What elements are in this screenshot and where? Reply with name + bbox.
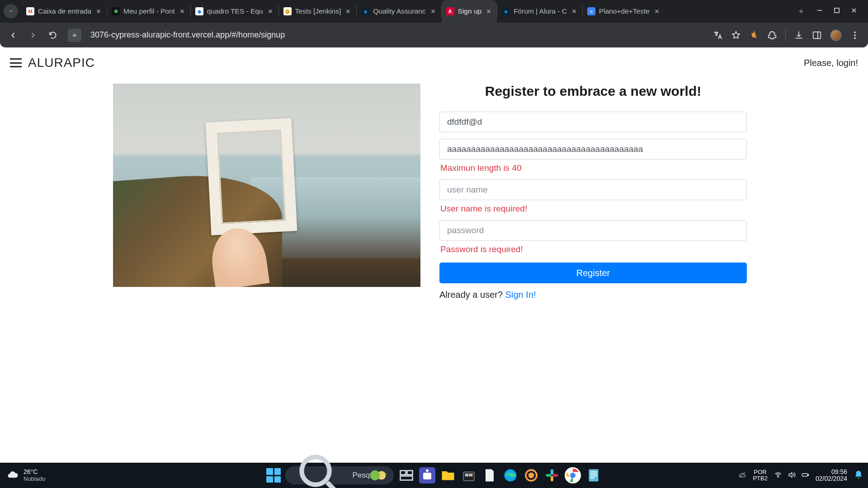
system-tray <box>738 471 746 480</box>
tab-title: Fórum | Alura - C <box>514 7 567 15</box>
browser-tab[interactable]: MCaixa de entrada <box>22 0 107 23</box>
browser-toolbar: 3076-cypress-alurapic-front.vercel.app/#… <box>0 23 868 47</box>
browser-tab[interactable]: ≡Plano+de+Teste <box>583 0 665 23</box>
language-indicator[interactable]: POR PTB2 <box>753 469 768 481</box>
email-field[interactable] <box>439 112 747 132</box>
svg-rect-7 <box>407 471 413 475</box>
tab-close-icon[interactable] <box>95 8 102 15</box>
svg-rect-6 <box>401 471 406 475</box>
fullname-error: Maximun length is 40 <box>440 163 747 173</box>
taskbar-app-explorer[interactable] <box>440 467 456 483</box>
tab-title: Plano+de+Teste <box>599 7 650 15</box>
taskbar-app-edge[interactable] <box>502 467 519 483</box>
tab-close-icon[interactable] <box>179 8 186 15</box>
task-view-button[interactable] <box>398 467 415 483</box>
search-icon <box>292 448 348 488</box>
taskbar-app-store[interactable] <box>461 467 477 483</box>
tab-title: Sign up <box>458 7 482 15</box>
browser-tab[interactable]: ◆quadro TES - Equ <box>191 0 278 23</box>
tab-close-icon[interactable] <box>485 8 492 15</box>
browser-tab[interactable]: 👴Tests [Jenkins] <box>279 0 357 23</box>
svg-rect-1 <box>813 32 821 38</box>
taskbar-pinned-apps <box>398 467 602 483</box>
taskbar-app-notepad[interactable] <box>585 467 602 483</box>
tab-close-icon[interactable] <box>267 8 274 15</box>
side-panel-button[interactable] <box>812 30 822 40</box>
svg-point-24 <box>778 476 778 477</box>
tab-close-icon[interactable] <box>344 8 352 15</box>
lang-line1: POR <box>754 469 767 475</box>
tab-favicon: a <box>361 7 369 15</box>
tab-close-icon[interactable] <box>429 8 437 15</box>
extension-icon[interactable] <box>749 30 759 40</box>
fullname-field[interactable] <box>439 139 747 160</box>
tab-favicon: ✻ <box>112 7 120 15</box>
tab-close-icon[interactable] <box>653 8 660 15</box>
battery-icon[interactable] <box>801 471 809 480</box>
tray-cloud-icon[interactable] <box>738 471 746 480</box>
close-window-button[interactable] <box>851 7 857 15</box>
volume-icon[interactable] <box>788 471 796 480</box>
login-prompt[interactable]: Please, login! <box>804 58 858 68</box>
svg-rect-0 <box>835 8 839 13</box>
register-button[interactable]: Register <box>439 263 747 283</box>
taskbar-search[interactable]: Pesquisar <box>285 466 394 484</box>
svg-rect-13 <box>470 474 472 476</box>
site-info-button[interactable] <box>68 28 81 42</box>
password-field[interactable] <box>439 220 747 241</box>
tab-search-button[interactable] <box>4 4 18 19</box>
profile-avatar[interactable] <box>830 29 842 41</box>
browser-tab[interactable]: ASign up <box>442 0 497 23</box>
sign-in-link[interactable]: Sign In! <box>505 290 536 300</box>
start-button[interactable] <box>266 468 281 483</box>
taskbar-app-circle[interactable] <box>523 467 539 483</box>
username-field[interactable] <box>439 179 747 200</box>
tab-close-icon[interactable] <box>571 8 578 15</box>
window-controls <box>809 7 864 15</box>
new-tab-button[interactable] <box>793 8 809 15</box>
tab-favicon: ≡ <box>587 7 595 15</box>
svg-rect-20 <box>553 474 558 477</box>
browser-tab[interactable]: aQuality Assuranc <box>357 0 441 23</box>
back-button[interactable] <box>5 28 21 43</box>
extensions-button[interactable] <box>767 30 777 40</box>
taskbar-clock[interactable]: 09:56 02/02/2024 <box>816 469 847 483</box>
weather-condition: Nublado <box>24 476 45 482</box>
tab-title: Tests [Jenkins] <box>295 7 341 15</box>
svg-point-4 <box>854 37 856 39</box>
chrome-menu-button[interactable] <box>850 30 860 40</box>
taskbar-app-slack[interactable] <box>544 467 560 483</box>
weather-temp: 26°C <box>24 469 45 475</box>
svg-rect-17 <box>551 469 553 475</box>
reload-button[interactable] <box>45 28 61 43</box>
brand-logo[interactable]: ALURAPIC <box>28 56 95 70</box>
tab-favicon: A <box>446 7 454 15</box>
svg-point-3 <box>854 34 856 36</box>
hamburger-menu-icon[interactable] <box>10 58 22 67</box>
tab-favicon: ◆ <box>195 7 203 15</box>
taskbar-app-document[interactable] <box>481 467 498 483</box>
maximize-button[interactable] <box>834 7 840 15</box>
taskbar-app-teams[interactable] <box>419 467 435 483</box>
taskbar-app-chrome[interactable] <box>565 467 581 483</box>
password-error: Password is required! <box>440 244 747 254</box>
bookmark-star-icon[interactable] <box>731 30 741 40</box>
separator <box>785 29 786 41</box>
notifications-icon[interactable] <box>854 470 863 481</box>
tab-title: quadro TES - Equ <box>207 7 263 15</box>
downloads-button[interactable] <box>794 30 804 40</box>
wifi-icon[interactable] <box>774 471 782 480</box>
browser-tab[interactable]: ✻Meu perfil - Pont <box>107 0 190 23</box>
svg-rect-25 <box>802 474 807 476</box>
app-header: ALURAPIC Please, login! <box>0 47 868 75</box>
translate-icon[interactable] <box>713 30 723 40</box>
forward-button[interactable] <box>25 28 41 43</box>
weather-widget[interactable]: 26°C Nublado <box>0 469 52 482</box>
address-bar[interactable]: 3076-cypress-alurapic-front.vercel.app/#… <box>86 30 708 40</box>
browser-tab-strip: MCaixa de entrada✻Meu perfil - Pont◆quad… <box>0 0 868 23</box>
browser-tab[interactable]: aFórum | Alura - C <box>497 0 582 23</box>
windows-taskbar: 26°C Nublado Pesquisar POR <box>0 463 868 488</box>
cloud-icon <box>6 469 19 482</box>
search-decoration <box>368 470 390 481</box>
minimize-button[interactable] <box>816 7 823 15</box>
